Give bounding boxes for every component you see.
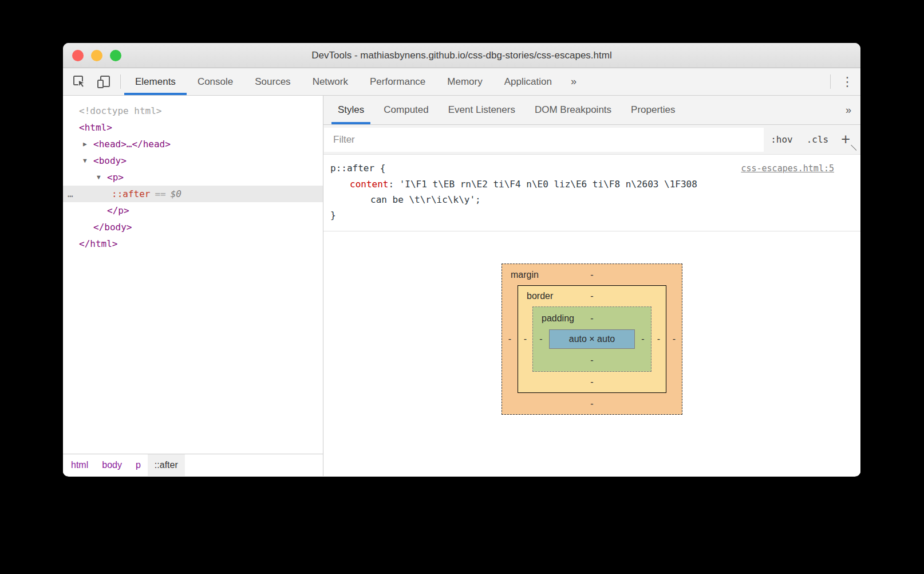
collapse-arrow-icon[interactable]: ▼	[83, 157, 93, 164]
inspect-element-icon[interactable]	[70, 72, 89, 92]
rule-source-link[interactable]: css-escapes.html:5	[741, 161, 834, 176]
margin-top-value[interactable]: -	[590, 270, 593, 280]
style-rule-section: p::after { css-escapes.html:5 content: '…	[323, 155, 860, 231]
tab-performance[interactable]: Performance	[359, 68, 436, 95]
tab-console[interactable]: Console	[187, 68, 244, 95]
box-model-diagram: margin - - border - -	[502, 264, 682, 415]
tree-node-p-open[interactable]: ▼ <p>	[63, 169, 323, 186]
long-press-grip-icon	[851, 145, 856, 151]
border-label: border	[527, 291, 553, 301]
rule-close-brace: }	[330, 207, 834, 223]
margin-right-value[interactable]: -	[666, 334, 682, 344]
toolbar-right-divider	[830, 74, 831, 89]
minimize-window-button[interactable]	[91, 50, 102, 61]
margin-bottom-value[interactable]: -	[590, 399, 593, 409]
panel-tabs: Elements Console Sources Network Perform…	[124, 68, 585, 95]
box-model-section: margin - - border - -	[323, 231, 860, 476]
tab-memory[interactable]: Memory	[436, 68, 493, 95]
devtools-menu-icon[interactable]: ⋮	[834, 68, 860, 95]
tree-node-doctype[interactable]: <!doctype html>	[63, 103, 323, 119]
zoom-window-button[interactable]	[110, 50, 121, 61]
tab-sources[interactable]: Sources	[244, 68, 301, 95]
border-top-value[interactable]: -	[590, 291, 593, 301]
more-sidebar-tabs-icon[interactable]: »	[836, 96, 860, 124]
breadcrumb-body[interactable]: body	[95, 454, 129, 476]
breadcrumb-after[interactable]: ::after	[148, 454, 185, 476]
expand-arrow-icon[interactable]: ▶	[83, 140, 93, 148]
margin-label: margin	[511, 270, 539, 280]
tab-properties[interactable]: Properties	[621, 96, 685, 124]
tree-node-p-close[interactable]: </p>	[63, 202, 323, 219]
declaration-content[interactable]: content: 'I\F1 t\EB rn\E2 ti\F4 n\E0 liz…	[330, 176, 834, 192]
tree-node-body-close[interactable]: </body>	[63, 219, 323, 235]
border-left-value[interactable]: -	[518, 334, 532, 344]
margin-left-value[interactable]: -	[502, 334, 518, 344]
ellipsis-gutter-icon[interactable]: …	[68, 188, 74, 199]
box-model-margin[interactable]: margin - - border - -	[502, 264, 682, 415]
window-title: DevTools - mathiasbynens.github.io/css-d…	[311, 50, 611, 61]
tab-event-listeners[interactable]: Event Listeners	[439, 96, 525, 124]
tree-node-after-pseudo[interactable]: … ::after == $0	[63, 186, 323, 202]
tab-dom-breakpoints[interactable]: DOM Breakpoints	[525, 96, 621, 124]
property-value[interactable]: 'I\F1 t\EB rn\E2 ti\F4 n\E0 liz\E6 ti\F8…	[400, 179, 697, 190]
box-model-padding[interactable]: padding - - auto × auto	[532, 306, 651, 372]
main-toolbar: Elements Console Sources Network Perform…	[63, 68, 860, 96]
new-style-rule-button[interactable]: +	[835, 132, 860, 147]
titlebar: DevTools - mathiasbynens.github.io/css-d…	[63, 43, 860, 68]
styles-filter-bar: :hov .cls +	[323, 125, 860, 155]
tree-node-html-open[interactable]: <html>	[63, 119, 323, 136]
tab-application[interactable]: Application	[493, 68, 563, 95]
styles-sidebar: Styles Computed Event Listeners DOM Brea…	[323, 96, 860, 476]
padding-label: padding	[542, 313, 574, 324]
tab-elements[interactable]: Elements	[124, 68, 187, 95]
padding-top-value[interactable]: -	[590, 313, 593, 324]
border-bottom-value[interactable]: -	[590, 377, 593, 387]
tree-node-head[interactable]: ▶ <head>…</head>	[63, 136, 323, 152]
border-right-value[interactable]: -	[651, 334, 666, 344]
tree-node-html-close[interactable]: </html>	[63, 235, 323, 252]
box-model-content[interactable]: auto × auto	[549, 329, 635, 349]
rule-selector[interactable]: p::after {	[330, 160, 385, 176]
styles-filter-input[interactable]	[324, 128, 764, 152]
sidebar-tabs: Styles Computed Event Listeners DOM Brea…	[323, 96, 860, 125]
declaration-content-wrap[interactable]: can be \t\r\ic\k\y';	[330, 192, 834, 207]
tab-styles[interactable]: Styles	[328, 96, 374, 124]
padding-right-value[interactable]: -	[635, 334, 651, 344]
traffic-lights	[72, 50, 121, 61]
dom-tree: <!doctype html> <html> ▶ <head>…</head> …	[63, 96, 323, 454]
collapse-arrow-icon[interactable]: ▼	[97, 174, 107, 181]
pseudo-state-toggle[interactable]: :hov	[764, 134, 800, 145]
close-window-button[interactable]	[72, 50, 84, 61]
element-classes-toggle[interactable]: .cls	[800, 134, 836, 145]
property-name[interactable]: content	[350, 179, 388, 190]
padding-left-value[interactable]: -	[533, 334, 549, 344]
tab-network[interactable]: Network	[302, 68, 359, 95]
tree-node-body-open[interactable]: ▼ <body>	[63, 152, 323, 169]
tab-computed[interactable]: Computed	[374, 96, 438, 124]
breadcrumb: html body p ::after	[63, 454, 323, 476]
more-tabs-icon[interactable]: »	[563, 68, 585, 95]
content-size-value: auto × auto	[569, 334, 615, 344]
breadcrumb-html[interactable]: html	[64, 454, 95, 476]
device-toolbar-icon[interactable]	[94, 72, 113, 92]
toolbar-divider	[120, 74, 121, 89]
elements-panel: <!doctype html> <html> ▶ <head>…</head> …	[63, 96, 323, 476]
devtools-window: DevTools - mathiasbynens.github.io/css-d…	[63, 43, 860, 477]
box-model-border[interactable]: border - - padding -	[518, 285, 666, 393]
padding-bottom-value[interactable]: -	[590, 355, 593, 365]
breadcrumb-p[interactable]: p	[129, 454, 148, 476]
